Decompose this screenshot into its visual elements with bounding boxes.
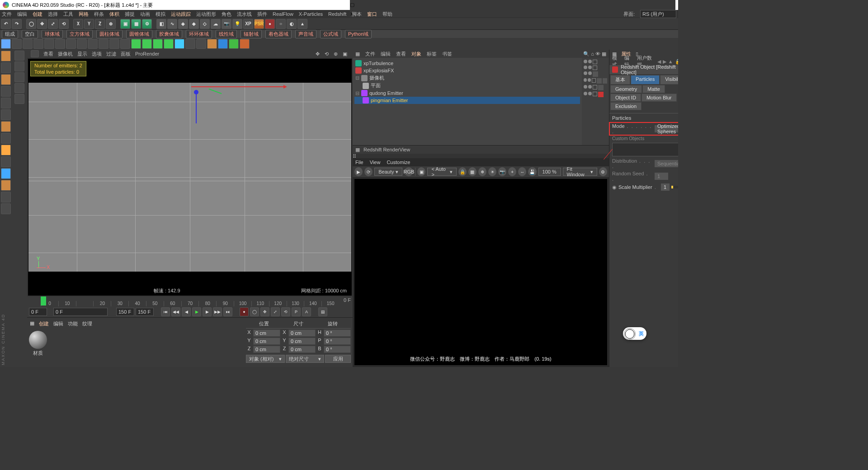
vp-panel-icon[interactable] [31,50,39,57]
go-start-button[interactable]: ⏮ [161,307,170,316]
xp-action2-icon[interactable] [196,39,206,49]
tab-particles[interactable]: Particles [631,75,660,85]
previewend-field[interactable]: 150 F [136,308,154,316]
endframe-field[interactable]: 150 F [116,308,134,316]
attr-lock-icon[interactable]: 🔒 [675,59,678,65]
field-torus[interactable]: 环环体域 [186,30,212,38]
field-cube[interactable]: 立方体域 [66,30,93,38]
sel-arrow-icon[interactable] [14,61,24,71]
y-axis-gizmo-icon[interactable] [196,92,197,123]
xp-icon[interactable]: XP [243,19,253,29]
axis-y-icon[interactable]: Y [84,19,94,29]
tweak-mode-icon[interactable] [1,133,11,144]
rv-zoom-field[interactable]: 100 % [538,168,561,176]
startframe-field[interactable]: 0 F [29,308,47,316]
rv-view[interactable]: View [370,160,381,165]
enable-toggle[interactable] [593,66,597,70]
pos-x-field[interactable]: 0 cm [253,329,280,337]
camera-icon[interactable]: 📷 [222,19,231,29]
field-linear[interactable]: 线性域 [216,30,237,38]
rs-object-tag-icon[interactable] [598,92,604,97]
xp-mod7-icon[interactable] [99,39,108,49]
lock-icon[interactable] [1,192,11,202]
menu-plugins[interactable]: 插件 [257,11,267,18]
xp-mod3-icon[interactable] [55,39,65,49]
poly-mode-icon[interactable] [1,109,11,120]
rv-file[interactable]: File [355,160,363,165]
xp-gen-icon[interactable] [23,39,33,49]
tab-objectid[interactable]: Object ID [610,94,641,102]
model-mode-icon[interactable] [1,51,11,61]
rv-aov-select[interactable]: Beauty▾ [374,168,402,176]
om-item-turbulence[interactable]: xpTurbulence [354,60,580,67]
viewport[interactable]: Number of emitters: 2 Total live particl… [28,59,352,296]
size-y-field[interactable]: 0 cm [288,338,316,345]
light-icon[interactable]: 💡 [232,19,242,29]
scale-field[interactable]: 1 [661,183,670,191]
timeline[interactable]: 010 2030 4050 6070 8090 100110 120130 14… [27,296,353,306]
xp-action1-icon[interactable] [185,39,195,49]
om-panel-icon[interactable]: ▦ [355,51,360,57]
point-mode-icon[interactable] [1,86,11,97]
ime-language-toggle[interactable]: 英 [623,327,646,340]
rv-snowflake-icon[interactable]: ❄ [478,167,486,176]
field-python[interactable]: Python域 [345,30,372,38]
xp-dyn4-icon[interactable] [164,39,174,49]
xp-emit-icon[interactable] [12,39,22,49]
key-pla-button[interactable]: A [302,307,311,316]
axis-z-icon[interactable]: Z [95,19,105,29]
x-axis-gizmo-icon[interactable] [191,86,286,87]
om-item-qudong[interactable]: ⊟qudong Emitter [354,89,580,97]
rendersettings-button[interactable]: ⚙ [142,19,152,29]
scale-slider[interactable] [671,186,678,188]
om-search-icon[interactable]: 🔍 ⌂ 👁 ▦ [583,51,606,57]
field-null[interactable]: 空白 [22,30,38,38]
rv-add-icon[interactable]: + [508,167,516,176]
menu-script[interactable]: 脚本 [352,11,362,18]
mat-func[interactable]: 功能 [68,320,78,327]
pos-y-field[interactable]: 0 cm [253,338,280,345]
field-capsule[interactable]: 胶囊体域 [156,30,182,38]
sel-extra-icon[interactable] [14,94,24,104]
sel-rotate-icon[interactable] [14,83,24,93]
maximize-button[interactable]: ▢ [350,2,675,8]
xp-mod9-icon[interactable] [120,39,130,49]
menu-realflow[interactable]: RealFlow [273,11,293,17]
rv-compare-icon[interactable]: ↔ [518,167,526,176]
xp-fx-icon[interactable] [207,39,217,49]
menu-tools[interactable]: 工具 [63,11,73,18]
undo-button[interactable]: ↶ [1,19,11,29]
pos-z-field[interactable]: 0 cm [253,346,280,353]
tab-visibility[interactable]: Visibility [660,75,678,85]
tab-motionblur[interactable]: Motion Blur [642,94,677,102]
rv-customize[interactable]: Customize [387,160,410,165]
render-output[interactable]: 微信公众号：野鹿志 微博：野鹿志 作者：马鹿野郎 (0. 19s) [354,179,607,365]
key-pos-button[interactable]: ✥ [260,307,269,316]
om-item-plane[interactable]: 平面 [354,82,580,89]
rs-tag-icon[interactable] [598,85,604,90]
deformer-icon[interactable]: ◇ [200,19,210,29]
l-tool-icon[interactable] [1,145,11,155]
xp-mod4-icon[interactable] [66,39,76,49]
modeling-icon[interactable] [1,180,11,191]
om-view[interactable]: 查看 [396,51,406,57]
generator-icon[interactable]: ◆ [189,19,199,29]
mat-create[interactable]: 创建 [39,320,49,327]
vp-panels[interactable]: 面板 [121,51,131,57]
menu-help[interactable]: 帮助 [382,11,392,18]
live-select-icon[interactable]: ◯ [26,19,36,29]
snap-s-icon[interactable] [1,168,11,179]
field-shader[interactable]: 着色器域 [265,30,292,38]
record-button[interactable]: ● [240,307,249,316]
attr-back-icon[interactable]: ◀ [657,59,661,65]
vp-view[interactable]: 查看 [43,51,53,57]
size-x-field[interactable]: 0 cm [288,329,316,337]
mat-panel-icon[interactable]: ▦ [30,320,34,327]
move-tool-icon[interactable]: ✥ [37,19,47,29]
edge-mode-icon[interactable] [1,98,11,108]
vp-filter[interactable]: 过滤 [106,51,116,57]
tab-basic[interactable]: 基本 [610,75,630,85]
menu-mesh[interactable]: 网格 [79,11,89,18]
vp-camera[interactable]: 摄像机 [58,51,73,57]
custom-objects-list[interactable] [612,143,678,156]
